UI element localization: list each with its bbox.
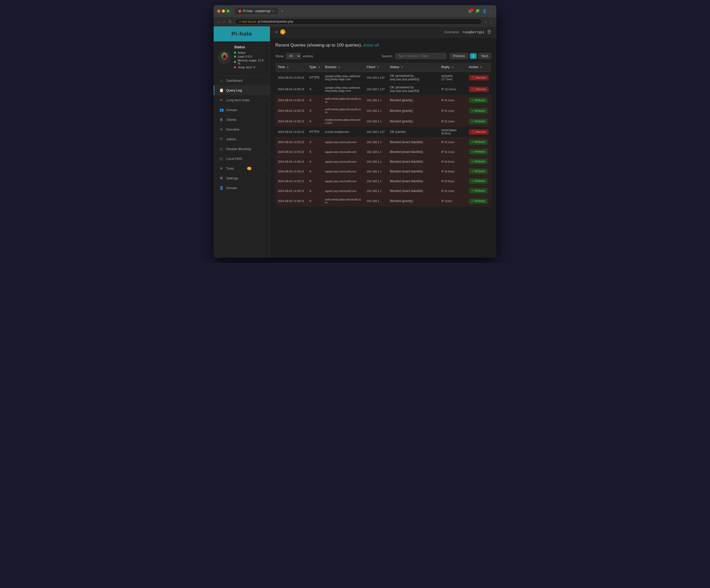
load-dot: [234, 55, 236, 57]
cell-action: ✓ Whitelist: [466, 137, 491, 147]
cell-client: 192.168.1.137: [364, 127, 387, 137]
cell-client: 192.168.1.: [364, 196, 387, 206]
cell-action: ✓ Whitelist: [466, 196, 491, 206]
clients-icon: 🖥: [219, 118, 223, 122]
tools-badge: 1: [247, 167, 252, 170]
whitelist-button[interactable]: ✓ Whitelist: [469, 198, 488, 204]
cell-reply: IP (1ms): [439, 196, 466, 206]
sidebar-item-long-term[interactable]: ↩ Long-term Data ‹: [214, 95, 270, 105]
search-input[interactable]: [395, 53, 447, 59]
refresh-button[interactable]: ↻: [228, 19, 233, 24]
cell-domain: wpad.corp.microsoft.com: [323, 157, 364, 167]
table-row: 2024-08-02 14:39:21 A wpad.corp.microsof…: [275, 186, 491, 196]
sidebar-item-clients[interactable]: 🖥 Clients: [214, 115, 270, 124]
groups-icon: 👥: [219, 108, 223, 112]
cell-status: Blocked (exact blacklist): [387, 147, 439, 157]
sidebar-item-donate[interactable]: 👤 Donate: [214, 183, 270, 193]
sidebar-item-adlists[interactable]: 🛡 Adlists: [214, 134, 270, 144]
blacklist-button[interactable]: 🚫 Blacklist: [469, 129, 489, 134]
whitelist-button[interactable]: ✓ Whitelist: [469, 98, 488, 103]
maximize-button[interactable]: [227, 9, 230, 13]
extensions-icon[interactable]: 🧩 10: [468, 9, 473, 13]
active-tab[interactable]: 🔴 Pi-hole - raspberrypi ✕: [235, 8, 278, 15]
tab-close-icon[interactable]: ✕: [272, 10, 274, 13]
whitelist-button[interactable]: ✓ Whitelist: [469, 169, 488, 174]
cell-domain: self.events.data.microsoft.com: [323, 95, 364, 106]
whitelist-button[interactable]: ✓ Whitelist: [469, 149, 488, 154]
next-button[interactable]: Next: [478, 53, 491, 59]
domains-icon: ≡: [219, 127, 223, 131]
cell-status: Blocked (exact blacklist): [387, 176, 439, 186]
cell-status: Blocked (exact blacklist): [387, 186, 439, 196]
new-tab-button[interactable]: +: [280, 9, 284, 14]
cell-type: A: [307, 167, 322, 176]
show-entries-control: Show All 10 25 50 100 entries: [275, 53, 313, 59]
profile-icon[interactable]: 👤: [482, 9, 487, 13]
whitelist-button[interactable]: ✓ Whitelist: [469, 188, 488, 194]
table-row: 2024-08-02 14:39:23 A self.events.data.m…: [275, 106, 491, 116]
browser-menu-icon[interactable]: ⋮: [489, 9, 493, 13]
svg-point-5: [223, 56, 224, 57]
cell-reply: IP (0.0ms): [439, 176, 466, 186]
sidebar-item-groups[interactable]: 👥 Groups: [214, 105, 270, 115]
close-button[interactable]: [217, 9, 220, 13]
cell-client: 192.168.1.1: [364, 95, 387, 106]
cell-reply: IP (0.1ms): [439, 106, 466, 116]
whitelist-button[interactable]: ✓ Whitelist: [469, 139, 488, 145]
col-type[interactable]: Type ⇅: [307, 63, 322, 72]
collapse-sidebar-button[interactable]: «: [275, 29, 278, 34]
whitelist-button[interactable]: ✓ Whitelist: [469, 159, 488, 164]
table-header: Time ⇅ Type ⇅ Domain ⇅ Client ⇅ Status ⇅…: [275, 63, 491, 72]
notification-badge: 1: [280, 29, 285, 34]
cell-type: A: [307, 147, 322, 157]
cell-action: 🚫 Blacklist: [466, 83, 491, 95]
minimize-button[interactable]: [222, 9, 225, 13]
col-reply[interactable]: Reply ⇅: [439, 63, 466, 72]
cell-action: ✓ Whitelist: [466, 157, 491, 167]
col-domain[interactable]: Domain ⇅: [323, 63, 364, 72]
cell-time: 2024-08-02 14:39:22: [275, 116, 307, 127]
cell-reply: IP (11.5ms): [439, 83, 466, 95]
sidebar-item-local-dns[interactable]: ◻ Local DNS ‹: [214, 154, 270, 164]
address-bar: ‹ › ↻ ⚠ Not Secure pi.hole/admin/queries…: [214, 17, 496, 26]
entries-select[interactable]: All 10 25 50 100: [286, 53, 301, 59]
cell-action: 🚫 Blacklist: [466, 127, 491, 137]
extensions-puzzle-icon[interactable]: 🧩: [475, 9, 480, 13]
show-all-link[interactable]: show all: [363, 43, 379, 48]
more-options-icon[interactable]: ⋮: [489, 20, 493, 24]
whitelist-button[interactable]: ✓ Whitelist: [469, 119, 488, 124]
header-right: hostname: raspberrypi ☰: [444, 29, 491, 35]
sidebar-item-domains[interactable]: ≡ Domains: [214, 124, 270, 134]
whitelist-button[interactable]: ✓ Whitelist: [469, 108, 488, 114]
blacklist-button[interactable]: 🚫 Blacklist: [469, 75, 489, 80]
sidebar-item-disable-blocking[interactable]: ◻ Disable Blocking ‹: [214, 144, 270, 154]
browser-window: 🔴 Pi-hole - raspberrypi ✕ + 🧩 10 🧩 👤 ⋮ ‹…: [214, 5, 496, 258]
bookmark-icon[interactable]: ☆: [484, 20, 487, 24]
home-icon: ⌂: [219, 78, 223, 82]
blacklist-button[interactable]: 🚫 Blacklist: [469, 87, 489, 92]
cell-time: 2024-08-02 14:39:21: [275, 196, 307, 206]
hostname-label: hostname:: [444, 30, 460, 34]
status-section: Status Active Load: 0 0 0 Memory usage: …: [214, 41, 270, 76]
back-button[interactable]: ‹: [217, 19, 220, 24]
cell-client: 192.168.1.1: [364, 147, 387, 157]
col-time[interactable]: Time ⇅: [275, 63, 307, 72]
sidebar-item-query-log[interactable]: 📋 Query Log: [214, 85, 270, 95]
col-action[interactable]: Action ⇅: [466, 63, 491, 72]
address-input[interactable]: ⚠ Not Secure pi.hole/admin/queries.php: [235, 19, 482, 25]
cell-status: Blocked (gravity): [387, 196, 439, 206]
hamburger-menu-icon[interactable]: ☰: [487, 29, 491, 35]
cell-action: 🚫 Blacklist: [466, 72, 491, 83]
previous-button[interactable]: Previous: [450, 53, 468, 59]
table-row: 2024-08-02 14:39:21 A self.events.data.m…: [275, 196, 491, 206]
sidebar-item-settings[interactable]: ⚙ Settings: [214, 173, 270, 183]
col-client[interactable]: Client ⇅: [364, 63, 387, 72]
cell-time: 2024-08-02 14:39:21: [275, 176, 307, 186]
col-status[interactable]: Status ⇅: [387, 63, 439, 72]
hostname-value: raspberrypi: [463, 30, 484, 34]
cell-reply: IP (0.0ms): [439, 157, 466, 167]
whitelist-button[interactable]: ✓ Whitelist: [469, 178, 488, 184]
sidebar-item-tools[interactable]: ✕ Tools 1 ‹: [214, 164, 270, 173]
forward-button[interactable]: ›: [222, 19, 226, 24]
sidebar-item-dashboard[interactable]: ⌂ Dashboard: [214, 76, 270, 85]
